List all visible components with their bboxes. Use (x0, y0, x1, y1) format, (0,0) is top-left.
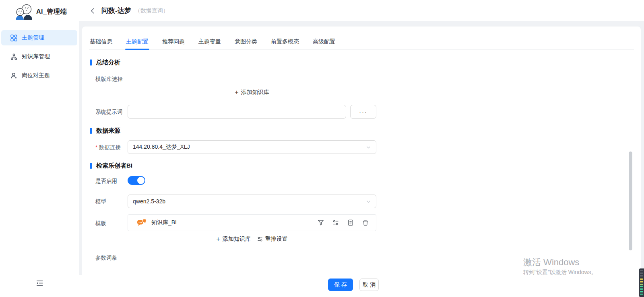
save-button[interactable]: 保 存 (328, 279, 353, 291)
knowledge-base-item: 知识库_BI (128, 214, 376, 231)
rerank-settings-button[interactable]: 重排设置 (257, 236, 288, 243)
document-icon[interactable] (347, 219, 354, 226)
sidebar-item-post-to-topic[interactable]: 岗位对主题 (1, 68, 77, 83)
widget-stripes-gray (640, 270, 643, 278)
tab-intent-classification[interactable]: 意图分类 (234, 35, 258, 49)
chat-bubbles-icon (137, 219, 147, 227)
add-knowledge-base-button[interactable]: + 添加知识库 (216, 236, 250, 243)
enable-label: 是否启用 (95, 178, 117, 185)
page-subtitle: （数据查询） (135, 7, 169, 14)
required-mark: * (95, 144, 97, 150)
trash-icon[interactable] (362, 219, 369, 226)
params-label: 参数词条 (95, 254, 117, 262)
config-card: 基础信息 主题配置 推荐问题 主题变量 意图分类 前置多模态 高级配置 总结分析… (82, 27, 641, 297)
app-title: AI_管理端 (36, 8, 67, 16)
back-button[interactable] (89, 7, 97, 15)
sidebar-nav: 主题管理 知识库管理 岗位对主题 (1, 30, 77, 87)
template-library-label: 模版库选择 (95, 76, 123, 83)
sidebar-item-label: 岗位对主题 (22, 72, 50, 79)
section-accent-bar (90, 59, 92, 66)
scrollbar-thumb[interactable] (629, 152, 632, 250)
tab-bar: 基础信息 主题配置 推荐问题 主题变量 意图分类 前置多模态 高级配置 (89, 35, 634, 50)
app-logo (14, 3, 33, 20)
summary-add-kb-row: + 添加知识库 (128, 89, 376, 96)
section-bi-title: 检索乐创者BI (90, 162, 132, 170)
tab-recommended-questions[interactable]: 推荐问题 (161, 35, 186, 49)
more-button[interactable]: ··· (350, 105, 376, 119)
corner-overlay-widget[interactable] (639, 268, 644, 297)
page-header: 问数-达梦 （数据查询） (79, 0, 644, 21)
grid-icon (10, 35, 17, 41)
section-summary-title: 总结分析 (90, 59, 120, 66)
model-select[interactable]: qwen2.5-32b (128, 195, 376, 208)
menu-fold-icon (36, 279, 43, 287)
sliders-icon[interactable] (332, 219, 339, 226)
section-accent-bar (90, 163, 92, 169)
sidebar-item-knowledge-base[interactable]: 知识库管理 (1, 49, 77, 64)
bi-add-kb-row: + 添加知识库 重排设置 (128, 236, 376, 243)
app-brand: AI_管理端 (14, 3, 67, 20)
filter-icon[interactable] (318, 219, 324, 226)
screen: AI_管理端 主题管理 知识库管理 (0, 0, 644, 297)
model-label: 模型 (95, 198, 106, 205)
system-prompt-input[interactable] (128, 105, 346, 119)
enable-toggle[interactable] (128, 176, 145, 185)
system-prompt-label: 系统提示词 (95, 109, 123, 116)
data-connection-label: *数据连接 (95, 144, 121, 151)
knowledge-base-actions (318, 219, 369, 226)
person-icon (10, 72, 17, 79)
section-accent-bar (90, 128, 92, 134)
chevron-down-icon (366, 199, 371, 204)
tab-pre-multimodal[interactable]: 前置多模态 (270, 35, 300, 49)
widget-stripes-yellow (640, 278, 643, 285)
data-connection-select[interactable]: 144.20.80.4_达梦_XLJ (128, 140, 376, 154)
sidebar-collapse-button[interactable] (36, 279, 44, 287)
widget-stripes-teal (640, 285, 643, 295)
tab-theme-variables[interactable]: 主题变量 (198, 35, 222, 49)
sidebar: AI_管理端 主题管理 知识库管理 (0, 0, 79, 297)
template-label: 模版 (95, 220, 106, 227)
footer-bar: 保 存 取 消 (0, 275, 644, 297)
tab-theme-config[interactable]: 主题配置 (125, 35, 149, 49)
sidebar-item-theme-management[interactable]: 主题管理 (1, 30, 77, 45)
sidebar-item-label: 主题管理 (22, 34, 44, 41)
sliders-icon (257, 236, 263, 242)
cancel-button[interactable]: 取 消 (359, 279, 379, 291)
chevron-down-icon (366, 145, 371, 150)
content-background: 基础信息 主题配置 推荐问题 主题变量 意图分类 前置多模态 高级配置 总结分析… (79, 21, 644, 297)
add-knowledge-base-button[interactable]: + 添加知识库 (235, 89, 269, 96)
tab-advanced-config[interactable]: 高级配置 (312, 35, 336, 49)
section-datasource-title: 数据来源 (90, 127, 120, 135)
plus-icon: + (216, 236, 220, 242)
tab-basic-info[interactable]: 基础信息 (89, 35, 113, 49)
nodes-icon (10, 53, 17, 60)
page-title: 问数-达梦 (101, 6, 131, 15)
sidebar-item-label: 知识库管理 (22, 53, 50, 60)
plus-icon: + (235, 89, 238, 96)
knowledge-base-name: 知识库_BI (151, 219, 177, 226)
toggle-knob (137, 177, 144, 184)
chevron-left-icon (90, 8, 95, 14)
